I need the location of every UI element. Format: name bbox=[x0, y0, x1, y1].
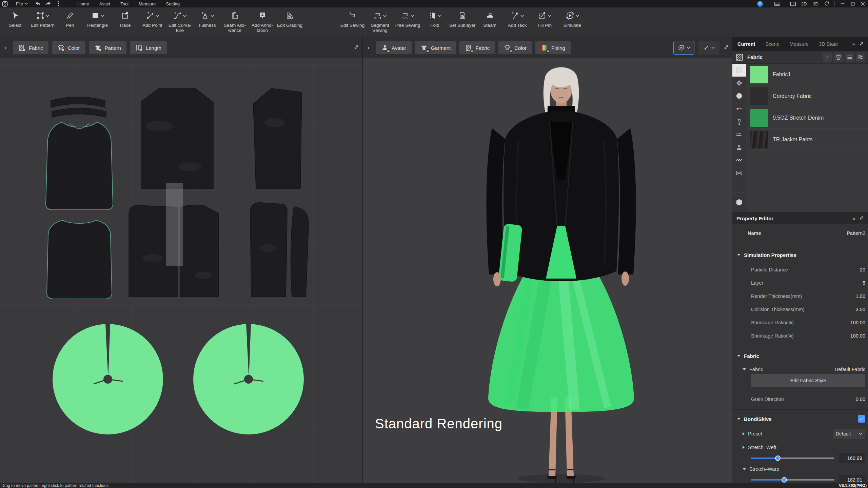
menu-file[interactable]: File bbox=[11, 0, 33, 7]
preset-row[interactable]: Preset Default bbox=[732, 427, 868, 441]
tab-measure[interactable]: Measure bbox=[785, 37, 814, 51]
stretch-warp-slider[interactable] bbox=[751, 479, 834, 481]
tool-pen[interactable]: Pen bbox=[56, 10, 84, 28]
expand-3d-panel-icon[interactable] bbox=[724, 44, 729, 51]
maximize-button[interactable] bbox=[848, 0, 858, 7]
visibility-eye-icon[interactable] bbox=[546, 49, 550, 53]
tool-seam-allowance[interactable]: Seam Allo-wance bbox=[221, 10, 249, 33]
fabric-list-item[interactable]: Fabric1 bbox=[746, 64, 868, 85]
tool-fix-pin[interactable]: Fix Pin bbox=[531, 10, 558, 28]
tool-add-point[interactable]: Add Point bbox=[139, 10, 166, 28]
tab-scene[interactable]: Scene bbox=[760, 37, 784, 51]
property-row[interactable]: Shrinkage Ratio(%) 100.00 bbox=[732, 329, 868, 343]
minimize-button[interactable] bbox=[837, 0, 848, 7]
sidebar-fabric-icon[interactable] bbox=[732, 64, 746, 77]
fabric-list-item[interactable]: Corduroy Fabric bbox=[746, 85, 868, 107]
split-layout-icon[interactable] bbox=[788, 0, 798, 7]
tool-set-sublayer[interactable]: Set Sublayer bbox=[449, 10, 476, 28]
undo-button[interactable] bbox=[33, 0, 43, 7]
tool-free-sewing[interactable]: Free Sewing bbox=[394, 10, 421, 28]
tab-3d-garment[interactable]: Garment bbox=[415, 41, 456, 54]
viewport-3d-panel[interactable]: ‹ Avatar Garment Fabric Color bbox=[363, 37, 732, 483]
slider-knob[interactable] bbox=[775, 455, 781, 461]
tool-edit-curvature[interactable]: Edit Curva-ture bbox=[166, 10, 194, 33]
tool-add-annotation[interactable]: A Add Anno-tation bbox=[249, 10, 276, 33]
collapse-panel-icon[interactable]: » bbox=[852, 41, 855, 47]
stretch-weft-slider[interactable] bbox=[751, 458, 834, 459]
redo-button[interactable] bbox=[43, 0, 53, 7]
preset-dropdown[interactable]: Default bbox=[833, 429, 865, 439]
sidebar-stitch-line-icon[interactable] bbox=[732, 128, 746, 141]
stretch-weft-value[interactable]: 160.99 bbox=[839, 453, 865, 463]
sidebar-seam-icon[interactable] bbox=[732, 154, 746, 167]
tool-select[interactable]: Select bbox=[1, 10, 29, 28]
tool-fold[interactable]: Fold bbox=[421, 10, 449, 28]
more-actions-button[interactable] bbox=[53, 0, 63, 7]
stretch-weft-row[interactable]: Stretch–Weft bbox=[732, 442, 868, 453]
property-row[interactable]: Collision Thickness(mm) 3.00 bbox=[732, 303, 868, 316]
fabric-section[interactable]: Fabric bbox=[732, 349, 868, 363]
tool-edit-grading[interactable]: Edit Grading bbox=[276, 10, 303, 28]
fabric-list-item[interactable]: 9.5OZ Stretch Denim bbox=[746, 107, 868, 129]
tab-2d-color[interactable]: Color bbox=[52, 41, 85, 54]
sidebar-topstitch-icon[interactable] bbox=[732, 102, 746, 115]
grain-direction-row[interactable]: Grain Direction 0.00 bbox=[732, 392, 868, 406]
edit-fabric-style-button[interactable]: Edit Fabric Style bbox=[751, 374, 865, 387]
view-3d-button[interactable]: 3D bbox=[810, 1, 822, 6]
tab-current[interactable]: Current bbox=[732, 37, 760, 51]
property-row[interactable]: Render Thickness(mm) 1.00 bbox=[732, 289, 868, 303]
sidebar-trim-icon[interactable] bbox=[732, 77, 746, 89]
expand-property-editor-icon[interactable] bbox=[859, 216, 864, 221]
pattern-2d-canvas[interactable] bbox=[0, 58, 362, 483]
property-row[interactable]: Shrinkage Ratio(%) 100.00 bbox=[732, 316, 868, 329]
viewport-select-tool-button[interactable] bbox=[698, 41, 719, 55]
tab-3d-fabric[interactable]: Fabric bbox=[459, 41, 495, 54]
list-view-button[interactable] bbox=[845, 53, 854, 62]
tab-2d-fabric[interactable]: Fabric bbox=[13, 41, 48, 54]
detail-view-button[interactable] bbox=[856, 53, 865, 62]
add-fabric-button[interactable]: ＋ bbox=[823, 53, 832, 62]
tab-2d-pattern[interactable]: Pattern bbox=[89, 41, 126, 54]
menu-measure[interactable]: Measure bbox=[134, 0, 161, 7]
user-avatar[interactable]: Y bbox=[757, 1, 763, 7]
delete-fabric-button[interactable] bbox=[834, 53, 843, 62]
menu-asset[interactable]: Asset bbox=[94, 0, 116, 7]
slider-knob[interactable] bbox=[782, 477, 787, 483]
sidebar-bond-icon[interactable] bbox=[732, 167, 746, 180]
reset-view-icon[interactable] bbox=[822, 0, 832, 7]
bond-skive-section[interactable]: Bond/Skive bbox=[732, 412, 868, 426]
property-row[interactable]: Particle Distance 20 bbox=[732, 263, 868, 277]
viewport-simulate-button[interactable] bbox=[673, 41, 694, 55]
pattern-name-value[interactable]: Pattern2 bbox=[847, 230, 865, 236]
tool-edit-pattern[interactable]: Edit Pattern bbox=[29, 10, 56, 28]
collapse-property-editor-icon[interactable]: » bbox=[852, 216, 855, 221]
collapse-tabs-left-button[interactable]: ‹ bbox=[2, 41, 9, 54]
tool-rectangle[interactable]: Rectangle bbox=[84, 10, 111, 28]
bond-skive-checkbox[interactable] bbox=[858, 415, 865, 423]
expand-panel-icon[interactable] bbox=[859, 41, 864, 47]
sidebar-avatar-icon[interactable] bbox=[732, 141, 746, 154]
tool-trace[interactable]: Trace bbox=[111, 10, 139, 28]
tab-2d-length[interactable]: Length bbox=[130, 41, 167, 54]
menu-setting[interactable]: Setting bbox=[161, 0, 185, 7]
tool-add-tack[interactable]: Add Tack bbox=[504, 10, 531, 28]
tool-fullness[interactable]: Fullness bbox=[194, 10, 221, 28]
tab-3d-state[interactable]: 3D State bbox=[814, 37, 843, 51]
tool-simulate[interactable]: Simulate bbox=[558, 10, 586, 28]
sidebar-3d-object-icon[interactable] bbox=[732, 196, 746, 209]
visibility-eye-icon[interactable] bbox=[470, 49, 474, 53]
stretch-warp-row[interactable]: Stretch–Warp bbox=[732, 464, 868, 474]
visibility-eye-icon[interactable] bbox=[386, 49, 391, 53]
sidebar-zipper-icon[interactable] bbox=[732, 115, 746, 128]
close-button[interactable] bbox=[858, 0, 868, 7]
tool-steam[interactable]: Steam bbox=[476, 10, 504, 28]
property-row[interactable]: Layer 5 bbox=[732, 276, 868, 290]
visibility-eye-icon[interactable] bbox=[509, 49, 513, 53]
fabric-list-item[interactable]: TR Jacket Pants bbox=[746, 129, 868, 150]
collapse-tabs-left-button[interactable]: ‹ bbox=[365, 41, 372, 54]
belt-pattern-piece[interactable] bbox=[166, 183, 183, 266]
visibility-eye-icon[interactable] bbox=[426, 49, 430, 53]
keyboard-shortcuts-icon[interactable] bbox=[772, 0, 782, 7]
tab-3d-fitting[interactable]: Fitting bbox=[535, 41, 571, 54]
menu-tool[interactable]: Tool bbox=[115, 0, 134, 7]
